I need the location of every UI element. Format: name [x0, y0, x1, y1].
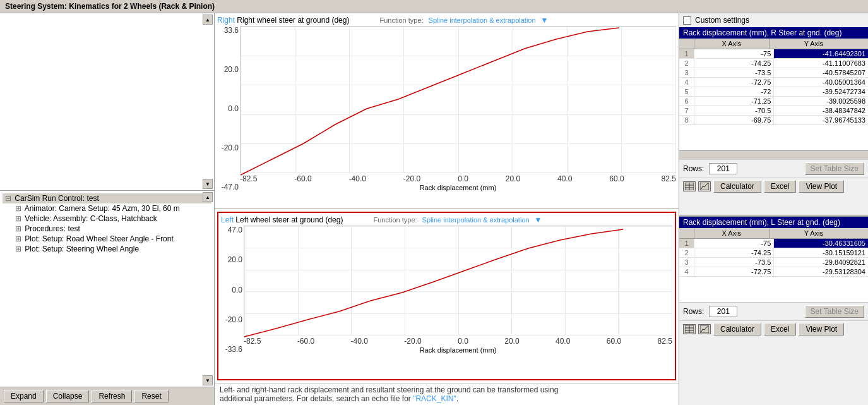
table-row[interactable]: 1 -75 -30.46331605 [679, 239, 868, 248]
table-row[interactable]: 1 -75 -41.64492301 [679, 49, 868, 59]
table1-scroll-placeholder [858, 39, 868, 49]
bottom-info-line1: Left- and right-hand rack displacement a… [220, 385, 674, 394]
bottom-chart-plot-area: -82.5 -60.0 -40.0 -20.0 0.0 20.0 40.0 60… [244, 226, 672, 354]
table-row[interactable]: 3 -73.5 -40.57845207 [679, 68, 868, 78]
custom-settings-label: Custom settings [695, 16, 749, 25]
table1-calculator-button[interactable]: Calculator [713, 180, 761, 193]
custom-settings-checkbox[interactable] [683, 16, 691, 25]
table1-viewplot-button[interactable]: View Plot [799, 180, 844, 193]
table1-excel-button[interactable]: Excel [764, 180, 796, 193]
table2-rows-size-row: Rows: 201 Set Table Size [679, 302, 868, 320]
bottom-y-axis: 47.0 20.0 0.0 -20.0 -33.6 [221, 226, 244, 354]
table1-action-row: Calculator Excel View Plot [679, 178, 868, 195]
table-row[interactable]: 4 -72.75 -40.05001364 [679, 78, 868, 87]
table2-scroll-placeholder [858, 228, 868, 238]
tree-item-carsim[interactable]: ⊟ CarSim Run Control: test [3, 193, 211, 203]
table-row[interactable]: 4 -72.75 -29.53128304 [679, 267, 868, 277]
left-panel: ▲ ▼ ▲ ⊟ CarSim Run Control: test ⊞ Anima… [0, 13, 215, 405]
table1: Rack displacement (mm), R Steer at gnd. … [679, 27, 868, 215]
bottom-info: Left- and right-hand rack displacement a… [215, 383, 679, 405]
table2-rows-label: Rows: [683, 307, 704, 316]
table-row[interactable]: 2 -74.25 -30.15159121 [679, 248, 868, 258]
table1-col-num [679, 39, 694, 49]
table2-body[interactable]: 1 -75 -30.46331605 2 -74.25 -30.15159121… [679, 239, 868, 302]
custom-settings-row: Custom settings [679, 13, 868, 27]
top-x-label: Rack displacement (mm) [240, 184, 676, 191]
table-row[interactable]: 2 -74.25 -41.11007683 [679, 59, 868, 68]
table-row[interactable]: 3 -73.5 -29.84092821 [679, 258, 868, 267]
table1-col-x: X Axis [694, 39, 770, 49]
collapse-button[interactable]: Collapse [46, 390, 90, 402]
main-content: ▲ ▼ ▲ ⊟ CarSim Run Control: test ⊞ Anima… [0, 13, 868, 405]
table1-hscroll[interactable] [679, 150, 868, 159]
refresh-button[interactable]: Refresh [92, 390, 132, 402]
top-chart-svg [241, 27, 675, 172]
top-chart-header: Right Right wheel steer at ground (deg) … [217, 16, 676, 25]
bottom-function-dropdown[interactable]: ▼ [535, 215, 542, 224]
tree-scroll-down[interactable]: ▼ [203, 375, 213, 385]
bottom-info-line2: additional parameters. For details, sear… [220, 394, 674, 403]
table2-excel-button[interactable]: Excel [764, 323, 796, 335]
reset-button[interactable]: Reset [134, 390, 168, 402]
table1-chart-icon[interactable] [698, 181, 711, 191]
right-panel: Custom settings Rack displacement (mm), … [679, 13, 868, 405]
top-y-axis: 33.6 20.0 0.0 -20.0 -47.0 [217, 26, 240, 191]
table1-rows-label: Rows: [683, 164, 704, 173]
top-chart: Right Right wheel steer at ground (deg) … [215, 13, 679, 209]
table2-set-size-button[interactable]: Set Table Size [805, 305, 865, 318]
table2-action-row: Calculator Excel View Plot [679, 320, 868, 337]
title-bar: Steering System: Kinematics for 2 Wheels… [0, 0, 868, 13]
tree-item-animator[interactable]: ⊞ Animator: Camera Setup: 45 Azm, 30 El,… [3, 203, 211, 214]
bottom-chart-plot [244, 226, 672, 335]
scroll-up-arrow[interactable]: ▲ [203, 15, 213, 25]
table1-col-y: Y Axis [770, 39, 858, 49]
tree-scroll-up[interactable]: ▲ [203, 192, 213, 202]
table2: Rack displacement (mm), L Steer at gnd. … [679, 215, 868, 405]
title-text: Steering System: Kinematics for 2 Wheels… [5, 2, 215, 11]
top-chart-title: Right Right wheel steer at ground (deg) [217, 16, 349, 25]
bottom-function-label: Function type: [373, 216, 417, 224]
left-top-empty: ▲ ▼ [0, 13, 214, 191]
bottom-function-value[interactable]: Spline interpolation & extrapolation [422, 216, 530, 224]
bottom-toolbar: Expand Collapse Refresh Reset [0, 387, 214, 405]
table-row[interactable]: 7 -70.5 -38.48347842 [679, 106, 868, 116]
table1-columns: X Axis Y Axis [679, 39, 868, 49]
table2-columns: X Axis Y Axis [679, 228, 868, 239]
table1-set-size-button[interactable]: Set Table Size [805, 162, 865, 175]
table2-grid-icon[interactable] [683, 324, 696, 334]
expand-button[interactable]: Expand [4, 390, 44, 402]
center-panel: Right Right wheel steer at ground (deg) … [215, 13, 679, 405]
tree-item-plot-road[interactable]: ⊞ Plot: Setup: Road Wheel Steer Angle - … [3, 234, 211, 244]
tree-item-vehicle[interactable]: ⊞ Vehicle: Assembly: C-Class, Hatchback [3, 214, 211, 224]
table2-rows-value: 201 [709, 306, 737, 317]
table1-body[interactable]: 1 -75 -41.64492301 2 -74.25 -41.11007683… [679, 49, 868, 150]
chart-container: Right Right wheel steer at ground (deg) … [215, 13, 679, 383]
table1-rows-size-row: Rows: 201 Set Table Size [679, 159, 868, 178]
table-row[interactable]: 8 -69.75 -37.96745133 [679, 116, 868, 125]
table1-header: Rack displacement (mm), R Steer at gnd. … [679, 27, 868, 39]
top-function-dropdown[interactable]: ▼ [541, 16, 549, 25]
table2-col-y: Y Axis [770, 228, 858, 238]
top-function-value[interactable]: Spline interpolation & extrapolation [429, 16, 536, 24]
table-row[interactable]: 5 -72 -39.52472734 [679, 87, 868, 97]
scroll-down-arrow[interactable]: ▼ [203, 179, 213, 189]
top-chart-body: 33.6 20.0 0.0 -20.0 -47.0 [217, 26, 676, 191]
table2-header: Rack displacement (mm), L Steer at gnd. … [679, 217, 868, 228]
table1-rows-value: 201 [709, 163, 737, 174]
bottom-chart-title: Left Left wheel steer at ground (deg) [221, 215, 343, 224]
table-row[interactable]: 6 -71.25 -39.0025598 [679, 97, 868, 106]
table2-calculator-button[interactable]: Calculator [713, 323, 761, 335]
tree-panel: ▲ ⊟ CarSim Run Control: test ⊞ Animator:… [0, 191, 214, 387]
bottom-chart-svg [244, 226, 672, 335]
tree-item-procedures[interactable]: ⊞ Procedures: test [3, 224, 211, 234]
top-chart-plot [240, 26, 676, 173]
table2-col-x: X Axis [694, 228, 770, 238]
top-x-axis: -82.5 -60.0 -40.0 -20.0 0.0 20.0 40.0 60… [240, 174, 676, 183]
top-chart-plot-area: -82.5 -60.0 -40.0 -20.0 0.0 20.0 40.0 60… [240, 26, 676, 191]
table2-chart-icon[interactable] [698, 324, 711, 334]
tree-item-plot-steering[interactable]: ⊞ Plot: Setup: Steering Wheel Angle [3, 244, 211, 254]
table2-col-num [679, 228, 694, 238]
bottom-chart-body: 47.0 20.0 0.0 -20.0 -33.6 [221, 226, 672, 354]
table1-grid-icon[interactable] [683, 181, 696, 191]
table2-viewplot-button[interactable]: View Plot [799, 323, 844, 335]
